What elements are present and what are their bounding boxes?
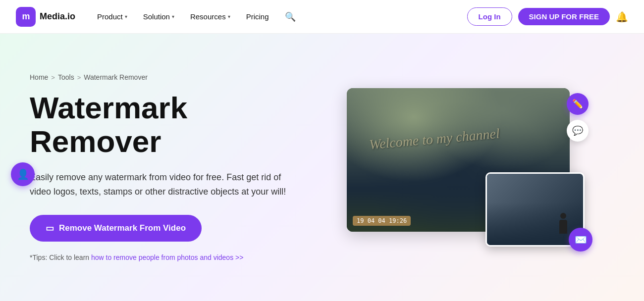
breadcrumb-sep-1: >	[51, 74, 55, 81]
nav-solution[interactable]: Solution ▾	[137, 8, 180, 25]
chevron-down-icon: ▾	[228, 14, 230, 19]
person-icon: 👤	[17, 168, 29, 180]
video-icon: ▭	[46, 223, 54, 234]
pencil-icon: ✏️	[572, 99, 583, 109]
fab-message-button[interactable]: ✉️	[569, 228, 592, 251]
navbar: m Media.io Product ▾ Solution ▾ Resource…	[0, 0, 644, 34]
brand-name: Media.io	[40, 11, 75, 22]
breadcrumb-home[interactable]: Home	[30, 73, 48, 81]
video-mockup: Welcome to my channel 19 04 04 19:26 ✏️ …	[347, 88, 585, 247]
signup-button[interactable]: SIGN UP FOR FREE	[518, 8, 610, 25]
tips-text: *Tips: Click to learn how to remove peop…	[30, 253, 327, 261]
video-overlay-background	[487, 174, 583, 245]
notification-bubble[interactable]: 👤	[11, 162, 35, 186]
chevron-down-icon: ▾	[125, 14, 127, 19]
message-icon: ✉️	[575, 234, 587, 246]
fab-chat-button[interactable]: 💬	[567, 120, 589, 142]
hero-section: 👤 Home > Tools > Watermark Remover Water…	[0, 34, 644, 301]
nav-product[interactable]: Product ▾	[91, 8, 133, 25]
fab-edit-button[interactable]: ✏️	[567, 93, 589, 115]
figure-silhouette	[558, 213, 568, 238]
breadcrumb: Home > Tools > Watermark Remover	[30, 73, 327, 81]
breadcrumb-current: Watermark Remover	[84, 73, 148, 81]
hero-description: Easily remove any watermark from video f…	[30, 170, 287, 199]
login-button[interactable]: Log In	[467, 7, 512, 26]
logo-link[interactable]: m Media.io	[16, 7, 75, 27]
nav-pricing[interactable]: Pricing	[240, 8, 275, 25]
hero-title: Watermark Remover	[30, 91, 327, 158]
chat-icon: 💬	[572, 125, 583, 136]
hero-left: Home > Tools > Watermark Remover Waterma…	[30, 53, 327, 281]
cta-label: Remove Watermark From Video	[59, 223, 186, 233]
watermark-text: Welcome to my channel	[369, 126, 500, 153]
hero-right: Welcome to my channel 19 04 04 19:26 ✏️ …	[347, 53, 585, 281]
search-icon[interactable]: 🔍	[279, 7, 302, 26]
tips-link[interactable]: how to remove people from photos and vid…	[91, 253, 243, 261]
logo-icon: m	[16, 7, 36, 27]
cta-button[interactable]: ▭ Remove Watermark From Video	[30, 215, 202, 242]
nav-links: Product ▾ Solution ▾ Resources ▾ Pricing…	[91, 7, 467, 26]
breadcrumb-sep-2: >	[77, 74, 81, 81]
nav-right: Log In SIGN UP FOR FREE 🔔	[467, 7, 628, 26]
bell-icon[interactable]: 🔔	[616, 11, 628, 23]
breadcrumb-tools[interactable]: Tools	[58, 73, 74, 81]
nav-resources[interactable]: Resources ▾	[184, 8, 236, 25]
chevron-down-icon: ▾	[172, 14, 174, 19]
video-timestamp: 19 04 04 19:26	[353, 216, 411, 226]
